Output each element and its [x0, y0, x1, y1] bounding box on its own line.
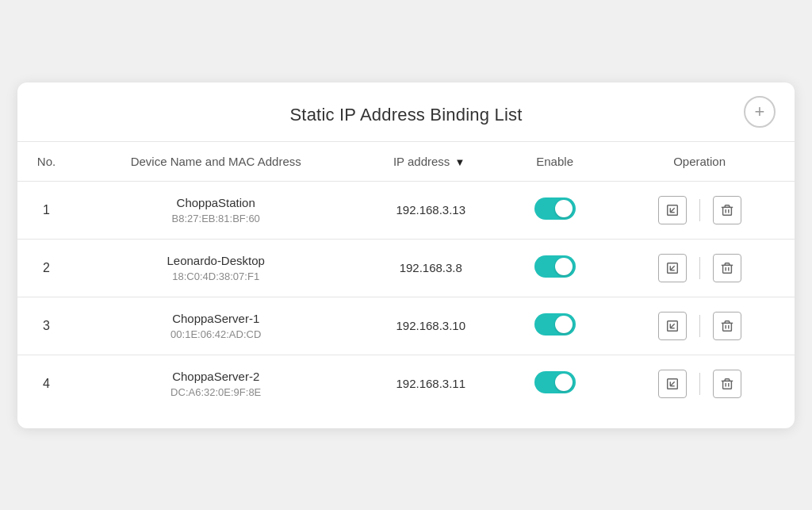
ip-address-cell: 192.168.3.8: [356, 239, 505, 297]
table-row: 1 ChoppaStation B8:27:EB:81:BF:60 192.16…: [17, 181, 795, 239]
operation-cell: [604, 297, 795, 355]
ip-address-cell: 192.168.3.10: [356, 297, 505, 355]
ip-address: 192.168.3.8: [400, 261, 462, 274]
device-name: ChoppaStation: [82, 196, 350, 209]
device-cell: ChoppaServer-2 DC:A6:32:0E:9F:8E: [75, 355, 356, 412]
row-number: 4: [17, 355, 75, 412]
ip-address: 192.168.3.11: [396, 377, 465, 390]
device-mac: 18:C0:4D:38:07:F1: [82, 270, 350, 282]
toggle-switch[interactable]: [534, 255, 576, 278]
table-row: 3 ChoppaServer-1 00:1E:06:42:AD:CD 192.1…: [17, 297, 795, 355]
ip-address: 192.168.3.10: [396, 319, 465, 332]
edit-icon: [665, 203, 680, 217]
toggle-slider: [534, 371, 576, 393]
edit-button[interactable]: [658, 196, 687, 224]
edit-icon: [665, 319, 680, 333]
delete-icon: [720, 377, 734, 391]
delete-icon: [720, 261, 734, 275]
table-row: 2 Leonardo-Desktop 18:C0:4D:38:07:F1 192…: [17, 239, 795, 297]
col-header-device: Device Name and MAC Address: [75, 142, 356, 182]
toggle-slider: [534, 197, 576, 220]
col-header-ip[interactable]: IP address ▼: [356, 142, 505, 182]
op-divider: [699, 257, 700, 279]
op-divider: [699, 199, 700, 221]
device-name: ChoppaServer-1: [82, 312, 350, 325]
operation-cell: [604, 239, 795, 297]
device-cell: ChoppaStation B8:27:EB:81:BF:60: [75, 181, 356, 239]
add-button[interactable]: +: [744, 96, 776, 128]
main-card: Static IP Address Binding List + No. Dev…: [17, 82, 795, 428]
svg-rect-28: [722, 381, 731, 389]
operation-cell: [604, 181, 795, 239]
row-number: 1: [17, 181, 75, 239]
enable-cell: [505, 239, 604, 297]
ip-address: 192.168.3.13: [396, 203, 465, 217]
binding-table: No. Device Name and MAC Address IP addre…: [17, 142, 795, 412]
table-row: 4 ChoppaServer-2 DC:A6:32:0E:9F:8E 192.1…: [17, 355, 795, 412]
card-header: Static IP Address Binding List +: [17, 82, 795, 142]
edit-icon: [665, 377, 680, 391]
device-mac: DC:A6:32:0E:9F:8E: [82, 386, 350, 398]
toggle-slider: [534, 255, 576, 278]
delete-button[interactable]: [713, 370, 741, 398]
toggle-wrap: [534, 255, 576, 278]
toggle-slider: [534, 313, 576, 336]
svg-line-17: [670, 324, 674, 328]
device-name: ChoppaServer-2: [82, 370, 350, 383]
ip-address-cell: 192.168.3.13: [356, 181, 505, 239]
delete-icon: [720, 319, 734, 333]
svg-line-1: [670, 208, 674, 212]
col-header-operation: Operation: [604, 142, 795, 182]
delete-button[interactable]: [713, 196, 741, 224]
device-name: Leonardo-Desktop: [82, 254, 350, 267]
svg-rect-4: [722, 207, 731, 215]
toggle-wrap: [534, 197, 576, 220]
operation-buttons: [611, 196, 788, 224]
operation-buttons: [611, 370, 788, 398]
enable-cell: [505, 181, 604, 239]
operation-buttons: [611, 312, 788, 340]
toggle-switch[interactable]: [534, 197, 576, 220]
op-divider: [699, 373, 700, 395]
svg-line-9: [670, 266, 674, 270]
edit-button[interactable]: [658, 312, 687, 340]
enable-cell: [505, 355, 604, 412]
svg-rect-20: [722, 323, 731, 331]
device-mac: 00:1E:06:42:AD:CD: [82, 328, 350, 340]
toggle-wrap: [534, 313, 576, 336]
row-number: 3: [17, 297, 75, 355]
edit-button[interactable]: [658, 370, 687, 398]
operation-buttons: [611, 254, 788, 282]
toggle-wrap: [534, 371, 576, 393]
svg-line-25: [670, 382, 674, 385]
enable-cell: [505, 297, 604, 355]
toggle-switch[interactable]: [534, 313, 576, 336]
page-title: Static IP Address Binding List: [290, 105, 523, 125]
op-divider: [699, 315, 700, 337]
device-cell: Leonardo-Desktop 18:C0:4D:38:07:F1: [75, 239, 356, 297]
delete-button[interactable]: [713, 254, 741, 282]
ip-address-cell: 192.168.3.11: [356, 355, 505, 412]
edit-button[interactable]: [658, 254, 687, 282]
edit-icon: [665, 261, 680, 275]
device-cell: ChoppaServer-1 00:1E:06:42:AD:CD: [75, 297, 356, 355]
delete-icon: [720, 203, 734, 217]
svg-rect-12: [722, 265, 731, 273]
col-header-no: No.: [17, 142, 75, 182]
delete-button[interactable]: [713, 312, 741, 340]
col-header-enable: Enable: [505, 142, 604, 182]
row-number: 2: [17, 239, 75, 297]
operation-cell: [604, 355, 795, 412]
table-header-row: No. Device Name and MAC Address IP addre…: [17, 142, 795, 182]
sort-cursor-icon: ▼: [455, 156, 465, 168]
toggle-switch[interactable]: [534, 371, 576, 393]
device-mac: B8:27:EB:81:BF:60: [82, 213, 350, 224]
